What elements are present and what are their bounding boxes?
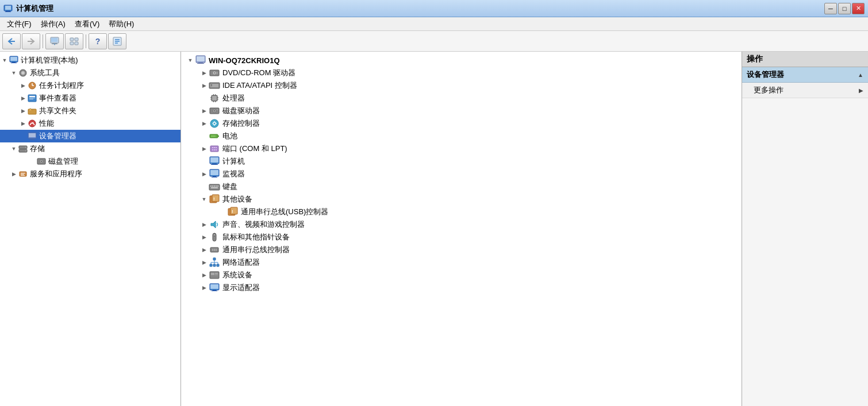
device-battery[interactable]: 电池 (181, 130, 742, 142)
device-sysdev[interactable]: ▶ 系统设备 (181, 269, 742, 281)
device-sound[interactable]: ▶ 声音、视频和游戏控制器 (181, 218, 742, 231)
primary-action[interactable]: 设备管理器 ▲ (742, 67, 868, 83)
expand-hdd[interactable]: ▶ (199, 106, 209, 115)
sound-label: 声音、视频和游戏控制器 (222, 219, 305, 230)
minimize-button[interactable]: ─ (824, 3, 837, 14)
expand-mouse[interactable]: ▶ (199, 233, 209, 242)
up-button[interactable] (45, 33, 64, 49)
tree-root[interactable]: ▼ 计算机管理(本地) (0, 54, 180, 67)
device-dvd[interactable]: ▶ DVD/CD-ROM 驱动器 (181, 67, 742, 79)
svg-marker-10 (54, 44, 55, 45)
back-button[interactable] (2, 33, 21, 49)
expand-root[interactable]: ▼ (0, 56, 9, 65)
expand-display[interactable]: ▶ (199, 283, 209, 292)
forward-button[interactable] (22, 33, 40, 49)
device-mouse[interactable]: ▶ 鼠标和其他指针设备 (181, 231, 742, 243)
close-button[interactable]: ✕ (852, 3, 865, 14)
other-icon: ! (209, 194, 220, 205)
main-area: ▼ 计算机管理(本地) ▼ (0, 52, 868, 406)
expand-perf[interactable]: ▶ (18, 119, 28, 128)
port-label: 端口 (COM 和 LPT) (222, 144, 287, 154)
device-network[interactable]: ▶ 网络适配器 (181, 256, 742, 269)
device-cpu[interactable]: 处理器 (181, 92, 742, 105)
expand-system-tools[interactable]: ▼ (9, 68, 18, 78)
tree-services[interactable]: ▶ 服务和应用程序 (0, 168, 180, 180)
device-port[interactable]: ▶ 端口 (COM 和 LPT) (181, 142, 742, 155)
tree-event[interactable]: ▶ 事件查看器 (0, 92, 180, 105)
battery-label: 电池 (222, 131, 237, 141)
svg-rect-118 (214, 249, 215, 251)
expand-sysdev[interactable]: ▶ (199, 270, 209, 280)
device-monitor[interactable]: ▶ 监视器 (181, 168, 742, 180)
svg-rect-136 (212, 291, 217, 291)
menu-view[interactable]: 查看(V) (70, 18, 104, 30)
expand-device[interactable] (18, 132, 28, 141)
expand-serial[interactable]: ▶ (199, 245, 209, 254)
right-panel: 操作 设备管理器 ▲ 更多操作 ▶ (742, 52, 868, 406)
device-serial[interactable]: ▶ 通用串行总线控制器 (181, 243, 742, 256)
device-storage[interactable]: ▶ 存储控制器 (181, 117, 742, 130)
svg-rect-102 (214, 185, 215, 187)
menubar: 文件(F) 操作(A) 查看(V) 帮助(H) (0, 17, 868, 31)
expand-ide[interactable]: ▶ (199, 81, 209, 90)
expand-event[interactable]: ▶ (18, 94, 28, 103)
device-hdd[interactable]: ▶ 磁盘驱动器 (181, 105, 742, 117)
expand-sound[interactable]: ▶ (199, 220, 209, 229)
svg-rect-21 (12, 62, 16, 63)
svg-point-46 (25, 150, 26, 152)
tree-device[interactable]: 设备管理器 (0, 130, 180, 142)
computer-label: 计算机 (222, 156, 245, 167)
svg-rect-40 (29, 133, 36, 137)
expand-usb-ctrl-space (218, 207, 227, 216)
sub-action[interactable]: 更多操作 ▶ (742, 83, 868, 98)
expand-monitor[interactable]: ▶ (199, 169, 209, 179)
expand-storage-ctrl[interactable]: ▶ (199, 119, 209, 128)
menu-help[interactable]: 帮助(H) (104, 18, 139, 30)
cpu-icon (209, 92, 220, 104)
menu-action[interactable]: 操作(A) (36, 18, 70, 30)
dvd-icon (209, 67, 220, 79)
device-ide[interactable]: ▶ IDE ATA/ATAPI 控制器 (181, 79, 742, 92)
svg-rect-92 (210, 157, 218, 163)
maximize-button[interactable]: □ (838, 3, 851, 14)
tree-perf[interactable]: ▶ 性能 (0, 117, 180, 130)
share-icon (28, 106, 37, 115)
device-display[interactable]: ▶ 显示适配器 (181, 281, 742, 294)
svg-rect-42 (29, 139, 35, 140)
properties-button[interactable] (108, 33, 126, 49)
sub-action-arrow: ▶ (859, 87, 863, 94)
svg-rect-61 (216, 72, 218, 74)
expand-other[interactable]: ▼ (199, 195, 209, 204)
mouse-icon (209, 231, 220, 243)
tree-system-tools[interactable]: ▼ 系统工具 (0, 67, 180, 79)
device-usb-ctrl[interactable]: ! 通用串行总线(USB)控制器 (181, 206, 742, 218)
device-computer-root[interactable]: ▼ WIN-OQ72CKRIO1Q (181, 54, 742, 67)
window-title: 计算机管理 (16, 3, 824, 14)
expand-share[interactable]: ▶ (18, 106, 28, 115)
expand-dvd[interactable]: ▶ (199, 68, 209, 78)
device-keyboard[interactable]: 键盘 (181, 180, 742, 193)
expand-task[interactable]: ▶ (18, 81, 28, 90)
tree-share[interactable]: ▶ 共享文件夹 (0, 105, 180, 117)
expand-storage[interactable]: ▼ (9, 144, 18, 153)
expand-services[interactable]: ▶ (9, 169, 18, 179)
menu-file[interactable]: 文件(F) (2, 18, 36, 30)
svg-point-24 (21, 71, 25, 75)
tree-storage[interactable]: ▼ 存储 (0, 142, 180, 155)
device-other[interactable]: ▼ ! 其他设备 (181, 193, 742, 206)
show-hide-button[interactable] (65, 33, 83, 49)
svg-rect-94 (211, 164, 218, 165)
toolbar: ? (0, 31, 868, 52)
storage-ctrl-icon (209, 118, 220, 129)
tree-disk[interactable]: 磁盘管理 (0, 155, 180, 168)
svg-rect-65 (211, 86, 212, 86)
device-computer[interactable]: 计算机 (181, 155, 742, 168)
svg-rect-13 (70, 42, 74, 45)
expand-network[interactable]: ▶ (199, 258, 209, 267)
center-panel: ▼ WIN-OQ72CKRIO1Q ▶ (181, 52, 742, 406)
expand-port[interactable]: ▶ (199, 144, 209, 153)
help-button[interactable]: ? (89, 33, 107, 49)
tree-task[interactable]: ▶ 任务计划程序 (0, 79, 180, 92)
task-label: 任务计划程序 (39, 80, 84, 91)
expand-computer-root[interactable]: ▼ (186, 56, 195, 65)
